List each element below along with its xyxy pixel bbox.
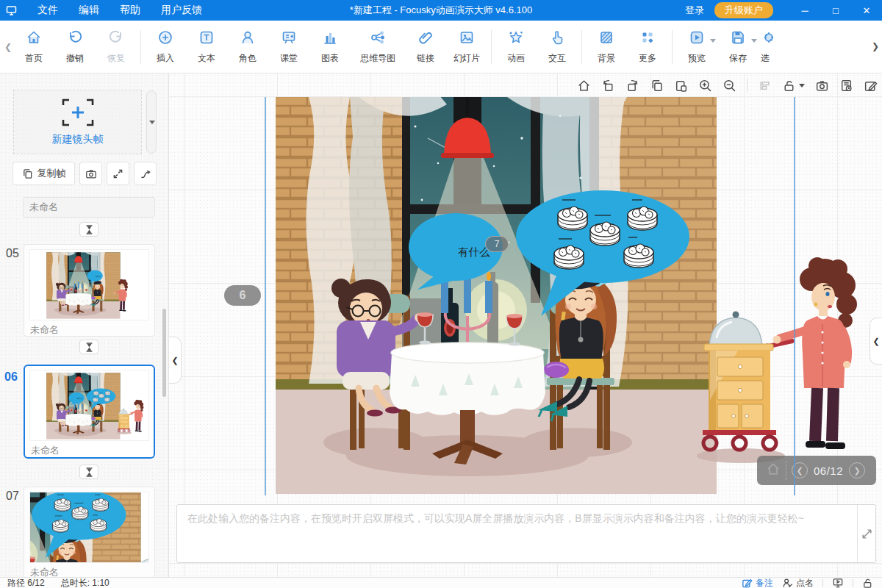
mindmap-button[interactable]: 思维导图 — [351, 29, 405, 65]
main-toolbar: ❮ 首页 撤销 恢复 插入 文本 角色 课堂 图表 思维导图 链接 — [0, 21, 882, 74]
rotate-right-icon[interactable] — [625, 79, 639, 93]
undo-button[interactable]: 撤销 — [54, 29, 96, 65]
lock-open-icon — [862, 578, 873, 588]
toolbar-divider — [140, 30, 141, 64]
notes-expand-icon[interactable] — [861, 528, 872, 542]
frame-name-input-top[interactable] — [23, 197, 155, 218]
frame-list-scrollbar[interactable] — [146, 90, 157, 154]
preview-dropdown-icon[interactable] — [710, 39, 716, 43]
redo-button[interactable]: 恢复 — [96, 29, 137, 65]
login-link[interactable]: 登录 — [685, 4, 704, 17]
insert-button[interactable]: 插入 — [145, 29, 186, 65]
scroll-down-icon[interactable] — [149, 121, 155, 124]
stage-canvas — [265, 96, 867, 496]
swap-size-icon — [112, 168, 123, 179]
maximize-button[interactable]: □ — [820, 0, 851, 21]
sidebar-collapse-tab[interactable]: ❮ — [169, 337, 182, 384]
edit-icon[interactable] — [864, 79, 878, 93]
zoom-out-icon[interactable] — [723, 79, 736, 93]
app-logo-icon — [6, 5, 17, 16]
frame-navigation-bar: ❮ 06/12 ❯ — [757, 456, 876, 485]
transition-duration-button[interactable] — [79, 222, 98, 237]
more-grid-icon — [639, 29, 656, 49]
nav-divider — [786, 461, 786, 480]
home-icon — [25, 29, 43, 49]
editor-canvas[interactable]: 6 7 ❮ ❮ ❮ 06/12 ❯ — [169, 74, 882, 577]
home-button[interactable]: 首页 — [13, 29, 54, 65]
interaction-button[interactable]: 交互 — [537, 29, 578, 65]
classroom-icon — [280, 29, 298, 49]
slide-number-07: 07 — [6, 490, 19, 503]
preview-icon — [688, 29, 706, 49]
more-button[interactable]: 更多 — [627, 29, 668, 65]
hourglass-icon — [85, 467, 93, 477]
classroom-button[interactable]: 课堂 — [268, 29, 309, 65]
text-button[interactable]: 文本 — [186, 29, 227, 65]
link-button[interactable]: 链接 — [405, 29, 446, 65]
nav-home-icon[interactable] — [766, 462, 781, 479]
sidebar-scrollbar[interactable] — [162, 309, 166, 397]
slide-item-06-selected[interactable]: 未命名 — [24, 365, 155, 459]
next-frame-button[interactable]: ❯ — [849, 462, 865, 478]
upgrade-account-button[interactable]: 升级账户 — [714, 2, 773, 18]
undo-icon — [66, 29, 84, 49]
save-icon — [729, 29, 747, 49]
home-icon[interactable] — [577, 79, 591, 93]
notes-input[interactable] — [177, 505, 858, 562]
transition-duration-button[interactable] — [79, 465, 98, 479]
save-button[interactable]: 保存 — [717, 29, 759, 65]
character-button[interactable]: 角色 — [227, 29, 268, 65]
toolbar-scroll-left-icon[interactable]: ❮ — [3, 42, 13, 52]
notes-toggle-button[interactable]: 备注 — [742, 577, 773, 588]
slide-thumbnail-05 — [29, 249, 149, 320]
motion-path-icon — [140, 168, 151, 179]
animation-button[interactable]: 动画 — [495, 29, 537, 65]
slide-item-07[interactable]: 未命名 — [24, 487, 155, 577]
statusbar-divider — [853, 579, 853, 587]
menu-help[interactable]: 帮助 — [110, 4, 151, 17]
notes-panel — [176, 504, 876, 563]
dual-screen-button[interactable] — [832, 577, 844, 588]
duration-status: 总时长: 1:10 — [61, 577, 110, 588]
chart-button[interactable]: 图表 — [309, 29, 351, 65]
align-icon[interactable] — [758, 79, 772, 93]
transition-duration-button[interactable] — [79, 340, 98, 354]
menu-edit[interactable]: 编辑 — [68, 4, 110, 17]
copy-frame-button[interactable]: 复制帧 — [12, 162, 75, 185]
frame-path-button[interactable] — [134, 162, 157, 185]
toolbar-scroll-right-icon[interactable]: ❯ — [870, 41, 881, 51]
monitor-play-icon — [832, 577, 844, 588]
slide-item-05[interactable]: 未命名 — [24, 244, 155, 337]
camera-icon[interactable] — [815, 79, 829, 93]
snapshot-history-icon[interactable] — [839, 79, 853, 93]
slide-number-06: 06 — [4, 370, 18, 384]
unlock-icon[interactable] — [782, 79, 805, 93]
text-icon — [198, 29, 215, 49]
paste-icon[interactable] — [674, 79, 688, 93]
background-button[interactable]: 背景 — [586, 29, 627, 65]
slides-icon — [458, 29, 476, 49]
menu-file[interactable]: 文件 — [27, 4, 68, 17]
copy-icon[interactable] — [650, 79, 664, 93]
lock-toggle-button[interactable] — [862, 578, 873, 588]
options-icon — [759, 29, 776, 49]
options-button[interactable]: 选 — [759, 29, 778, 65]
minimize-button[interactable]: ─ — [789, 0, 820, 21]
right-panel-expand-tab[interactable]: ❮ — [870, 318, 882, 365]
unlock-dropdown-icon[interactable] — [799, 84, 805, 87]
rotate-left-icon[interactable] — [601, 79, 615, 93]
frame-resize-button[interactable] — [107, 162, 129, 185]
menu-feedback[interactable]: 用户反馈 — [151, 4, 212, 17]
zoom-in-icon[interactable] — [698, 79, 712, 93]
frame-page-indicator: 06/12 — [814, 465, 843, 477]
close-button[interactable]: ✕ — [851, 0, 882, 21]
frame-guide-left — [265, 97, 266, 495]
rollcall-button[interactable]: 点名 — [782, 577, 814, 588]
save-dropdown-icon[interactable] — [751, 39, 757, 43]
frames-sidebar: 新建镜头帧 复制帧 05 未命名 06 未命名 — [0, 74, 169, 577]
slides-button[interactable]: 幻灯片 — [446, 29, 487, 65]
frame-camera-button[interactable] — [79, 162, 102, 185]
new-frame-button[interactable]: 新建镜头帧 — [13, 90, 142, 154]
preview-button[interactable]: 预览 — [676, 29, 717, 65]
object-count-badge[interactable]: 7 — [485, 236, 509, 252]
